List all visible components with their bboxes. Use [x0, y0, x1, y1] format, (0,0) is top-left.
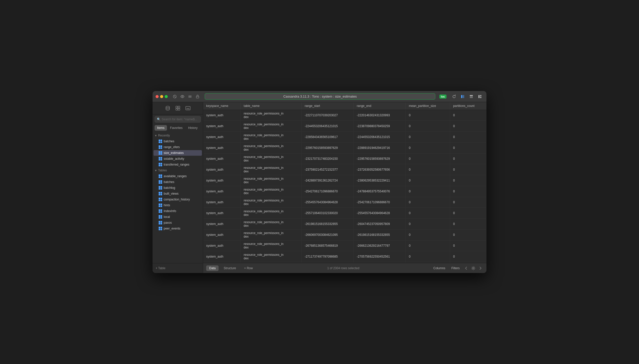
sidebar-item-hints[interactable]: hints — [154, 202, 202, 208]
cell-5-0: system_auth — [203, 164, 241, 175]
eye-icon[interactable] — [179, 94, 185, 100]
table-row[interactable]: system_authresource_role_permissons_inde… — [203, 153, 486, 164]
titlebar-left-icons — [172, 94, 201, 100]
sidebar-item-built-views[interactable]: built_views — [154, 191, 202, 196]
search-box[interactable]: 🔍 Search for item: ^name$... — [155, 116, 201, 123]
list-icon[interactable] — [187, 94, 193, 100]
table-icon — [159, 215, 162, 219]
tab-structure[interactable]: Structure — [221, 265, 239, 271]
sidebar-item-local[interactable]: local — [154, 214, 202, 220]
table-row[interactable]: system_authresource_role_permissons_inde… — [203, 110, 486, 121]
table-row[interactable]: system_authresource_role_permissons_inde… — [203, 240, 486, 251]
sidebar-item-range-xfers[interactable]: range_xfers — [154, 144, 202, 150]
table-icon — [159, 157, 162, 161]
cell-10-3: -2604745237050957809 — [354, 219, 406, 230]
table-icon — [159, 198, 162, 201]
add-row-button[interactable]: + Row — [241, 265, 256, 271]
tab-data[interactable]: Data — [206, 265, 219, 271]
table-row[interactable]: system_authresource_role_permissons_inde… — [203, 175, 486, 186]
sidebar-item-compaction-history[interactable]: compaction_history — [154, 197, 202, 202]
sidebar-item-available-ranges[interactable]: available_ranges — [154, 173, 202, 179]
sidebar-item-paxos[interactable]: paxos — [154, 220, 202, 225]
cell-4-0: system_auth — [203, 153, 241, 164]
prev-page-button[interactable] — [463, 265, 469, 271]
col-header-keyspace[interactable]: keyspace_name — [203, 102, 241, 110]
cell-1-5: 0 — [450, 121, 486, 132]
cell-5-1: resource_role_permissons_index — [241, 164, 302, 175]
cell-11-5: 0 — [450, 230, 486, 240]
cell-0-2: -2227110707039203027 — [302, 110, 354, 121]
tables-header[interactable]: ▼ Tables — [153, 168, 203, 173]
next-page-button[interactable] — [477, 265, 483, 271]
cell-8-3: -2542706171096886670 — [354, 197, 406, 208]
table-row[interactable]: system_authresource_role_permissons_inde… — [203, 219, 486, 230]
table-row[interactable]: system_authresource_role_permissons_inde… — [203, 121, 486, 132]
sidebar-item-sstable-activity[interactable]: sstable_activity — [154, 156, 202, 162]
table-row[interactable]: system_authresource_role_permissons_inde… — [203, 251, 486, 262]
cell-8-1: resource_role_permissons_index — [241, 197, 302, 208]
cell-5-4: 0 — [406, 164, 450, 175]
sidebar-item-peer-events[interactable]: peer_events — [154, 226, 202, 231]
table-icon — [159, 192, 162, 195]
sidebar-item-batches-recent[interactable]: batches — [154, 139, 202, 144]
sidebar-item-transferred-ranges[interactable]: transferred_ranges — [154, 162, 202, 167]
sidebar-item-batchlog[interactable]: batchlog — [154, 185, 202, 191]
cell-5-2: -2375902145272152377 — [302, 164, 354, 175]
cell-11-2: -2660697003084621095 — [302, 230, 354, 240]
table-row[interactable]: system_authresource_role_permissons_inde… — [203, 197, 486, 208]
cell-9-4: 0 — [406, 208, 450, 219]
maximize-button[interactable] — [165, 95, 168, 98]
col-header-range-start[interactable]: range_start — [302, 102, 354, 110]
columns-button[interactable]: Columns — [431, 266, 448, 271]
tab-history[interactable]: History — [186, 125, 200, 131]
cell-13-1: resource_role_permissons_index — [241, 251, 302, 262]
table-icon — [159, 186, 162, 190]
minimize-button[interactable] — [160, 95, 163, 98]
sidebar-item-size-estimates[interactable]: size_estimates — [154, 150, 202, 156]
table-container[interactable]: keyspace_name table_name range_start ran… — [203, 102, 486, 263]
table-icon — [159, 221, 162, 224]
sidebar-item-batches[interactable]: batches — [154, 179, 202, 185]
col-header-partitions-count[interactable]: partitions_count — [450, 102, 486, 110]
layout2-icon[interactable] — [468, 93, 475, 100]
prohibit-icon[interactable] — [172, 94, 178, 100]
layout3-icon[interactable] — [476, 93, 483, 100]
cell-9-5: 0 — [450, 208, 486, 219]
cell-13-3: -2705756922550452561 — [354, 251, 406, 262]
close-button[interactable] — [156, 95, 159, 98]
lock-icon[interactable] — [195, 94, 201, 100]
titlebar: loc — [153, 91, 486, 102]
database-icon[interactable] — [164, 104, 172, 112]
table-row[interactable]: system_authresource_role_permissons_inde… — [203, 186, 486, 197]
recently-header[interactable]: ▼ Recently — [153, 133, 203, 138]
filters-button[interactable]: Filters — [449, 266, 462, 271]
grid-icon[interactable] — [174, 104, 182, 112]
cell-7-3: -2478849537575540076 — [354, 186, 406, 197]
table-row[interactable]: system_authresource_role_permissons_inde… — [203, 164, 486, 175]
col-header-mean-partition[interactable]: mean_partition_size — [406, 102, 450, 110]
connection-title[interactable] — [205, 93, 435, 100]
refresh-icon[interactable] — [451, 93, 458, 100]
col-header-table[interactable]: table_name — [241, 102, 302, 110]
table-icon — [159, 209, 162, 213]
cell-3-3: -2288919194629419716 — [354, 143, 406, 153]
table-icon — [159, 174, 162, 178]
layout1-icon[interactable] — [459, 93, 466, 100]
add-table-button[interactable]: + Table — [155, 265, 201, 271]
table-row[interactable]: system_authresource_role_permissons_inde… — [203, 230, 486, 240]
sidebar-item-indexinfo[interactable]: IndexInfo — [154, 208, 202, 214]
sql-icon[interactable]: SQL — [184, 104, 192, 112]
cell-8-0: system_auth — [203, 197, 241, 208]
tab-favorites[interactable]: Favorites — [167, 125, 185, 131]
table-row[interactable]: system_authresource_role_permissons_inde… — [203, 132, 486, 143]
cell-11-1: resource_role_permissons_index — [241, 230, 302, 240]
svg-rect-10 — [470, 97, 473, 98]
bottom-bar: Data Structure + Row 1 of 2304 rows sele… — [203, 263, 486, 273]
tab-items[interactable]: Items — [155, 125, 167, 131]
table-row[interactable]: system_authresource_role_permissons_inde… — [203, 143, 486, 153]
settings-button[interactable] — [470, 265, 476, 271]
cell-0-1: resource_role_permissons_index — [241, 110, 302, 121]
table-icon — [159, 140, 162, 143]
table-row[interactable]: system_authresource_role_permissons_inde… — [203, 208, 486, 219]
col-header-range-end[interactable]: range_end — [354, 102, 406, 110]
